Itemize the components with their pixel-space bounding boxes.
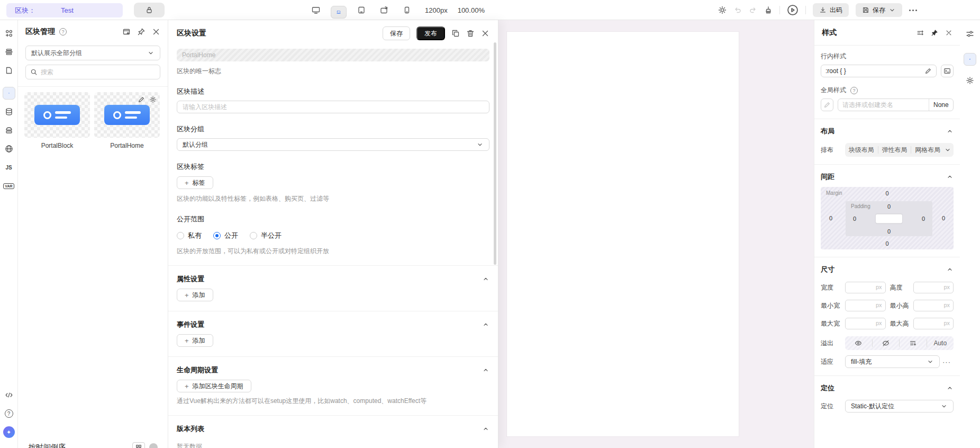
props-section-header[interactable]: 属性设置 xyxy=(177,274,489,284)
sidebar-item-components[interactable] xyxy=(3,27,15,40)
device-laptop-button[interactable] xyxy=(331,6,347,19)
close-icon[interactable] xyxy=(945,29,952,37)
help-circle-icon[interactable]: ? xyxy=(850,87,858,94)
padding-bottom-value[interactable]: 0 xyxy=(887,228,891,235)
layout-section-header[interactable]: 布局 xyxy=(821,127,954,136)
rail-item-props[interactable] xyxy=(964,28,976,40)
theme-icon[interactable] xyxy=(718,6,727,14)
edit-icon[interactable] xyxy=(138,96,145,103)
sort-icon[interactable] xyxy=(917,29,924,37)
position-select[interactable]: Static-默认定位 xyxy=(845,400,954,413)
margin-right-value[interactable]: 0 xyxy=(942,215,945,221)
overflow-auto-option[interactable]: Auto xyxy=(927,339,954,347)
events-section-header[interactable]: 事件设置 xyxy=(177,320,489,329)
rail-item-advanced[interactable] xyxy=(964,74,976,87)
save-button[interactable]: 保存 xyxy=(856,3,902,17)
padding-top-value[interactable]: 0 xyxy=(887,203,891,210)
help-circle-icon[interactable]: ? xyxy=(59,28,67,35)
grid-toggle-button[interactable] xyxy=(132,442,145,448)
lifecycle-section-header[interactable]: 生命周期设置 xyxy=(177,365,489,375)
class-name-input[interactable] xyxy=(838,101,929,109)
edit-icon[interactable] xyxy=(924,67,932,75)
group-filter-select[interactable]: 默认展示全部分组 xyxy=(25,46,160,60)
sidebar-item-help[interactable]: ? xyxy=(3,407,15,420)
clean-icon[interactable] xyxy=(764,6,773,14)
overflow-visible-option[interactable] xyxy=(845,339,872,347)
display-block-option[interactable]: 块级布局 xyxy=(845,146,878,155)
chevron-down-icon[interactable] xyxy=(944,146,951,154)
position-section-header[interactable]: 定位 xyxy=(821,383,954,393)
block-card-portalblock[interactable]: PortalBlock xyxy=(24,92,90,149)
margin-bottom-value[interactable]: 0 xyxy=(885,240,888,247)
rail-item-styles[interactable] xyxy=(964,53,976,66)
sidebar-item-i18n[interactable] xyxy=(3,142,15,155)
edit-class-button[interactable] xyxy=(821,98,833,111)
add-prop-button[interactable]: +添加 xyxy=(177,289,213,301)
display-flex-option[interactable]: 弹性布局 xyxy=(878,146,911,155)
device-phone-button[interactable] xyxy=(399,3,415,17)
sort-order-label[interactable]: 按时间倒序 xyxy=(29,443,66,448)
footer-circle-button[interactable] xyxy=(149,443,158,448)
copy-icon[interactable] xyxy=(451,29,460,38)
fit-more-button[interactable]: ··· xyxy=(940,356,954,368)
search-box[interactable] xyxy=(25,65,160,79)
padding-left-value[interactable]: 0 xyxy=(853,216,856,222)
sidebar-item-blocks[interactable] xyxy=(3,87,15,100)
pin-icon[interactable] xyxy=(931,29,938,37)
sidebar-item-variables[interactable]: VAR xyxy=(3,180,15,192)
box-model-widget[interactable]: Margin 0 0 0 0 Padding 0 0 0 0 xyxy=(821,187,954,249)
preview-play-icon[interactable] xyxy=(787,4,798,16)
size-section-header[interactable]: 尺寸 xyxy=(821,265,954,274)
drawer-save-button[interactable]: 保存 xyxy=(383,26,410,40)
block-badge[interactable]: 区块： Test xyxy=(6,3,123,17)
fit-select[interactable]: fill-填充 xyxy=(845,355,940,368)
publish-button[interactable]: 发布 xyxy=(416,26,445,40)
overflow-hidden-option[interactable] xyxy=(873,339,900,347)
search-input[interactable] xyxy=(41,68,156,76)
sidebar-item-resources[interactable] xyxy=(3,124,15,137)
export-code-button[interactable]: 出码 xyxy=(813,3,849,17)
pseudo-class-select[interactable]: None xyxy=(929,99,954,111)
sidebar-item-pages[interactable] xyxy=(3,64,15,77)
add-event-button[interactable]: +添加 xyxy=(177,334,213,347)
radio-public[interactable]: 公开 xyxy=(213,231,238,240)
sidebar-item-js[interactable]: JS xyxy=(3,161,15,174)
lock-button[interactable] xyxy=(134,3,165,17)
device-desktop-button[interactable] xyxy=(308,3,324,17)
gear-icon[interactable] xyxy=(149,96,157,103)
add-lifecycle-button[interactable]: +添加区块生命周期 xyxy=(177,380,251,392)
sidebar-item-datasource[interactable] xyxy=(3,105,15,118)
group-select[interactable]: 默认分组 xyxy=(177,138,489,151)
pin-icon[interactable] xyxy=(137,28,146,36)
divider xyxy=(168,415,498,416)
inline-style-input[interactable]: :root { } xyxy=(821,65,937,77)
position-row: 定位 Static-默认定位 xyxy=(821,400,954,413)
spacing-section-header[interactable]: 间距 xyxy=(821,172,954,182)
add-block-icon[interactable] xyxy=(122,28,131,36)
artboard[interactable] xyxy=(507,32,739,436)
versions-section-header[interactable]: 版本列表 xyxy=(177,424,489,434)
margin-top-value[interactable]: 0 xyxy=(885,190,888,196)
device-tablet-button[interactable] xyxy=(353,3,369,17)
device-tablet-landscape-button[interactable] xyxy=(376,3,392,17)
radio-semi-public[interactable]: 半公开 xyxy=(250,231,282,240)
redo-icon[interactable] xyxy=(749,6,757,14)
drawer-scrollbar[interactable] xyxy=(494,42,496,265)
sidebar-item-source-code[interactable] xyxy=(3,389,15,401)
display-grid-option[interactable]: 网格布局 xyxy=(911,146,944,155)
overflow-scroll-option[interactable] xyxy=(900,339,927,347)
undo-icon[interactable] xyxy=(733,6,742,14)
more-menu-button[interactable] xyxy=(909,10,917,11)
add-tag-button[interactable]: +标签 xyxy=(177,176,213,189)
margin-left-value[interactable]: 0 xyxy=(829,215,832,221)
sidebar-item-outline[interactable] xyxy=(3,46,15,58)
radio-private[interactable]: 私有 xyxy=(177,231,202,240)
close-icon[interactable] xyxy=(152,28,160,36)
trash-icon[interactable] xyxy=(466,29,475,38)
code-editor-button[interactable] xyxy=(941,65,954,77)
close-icon[interactable] xyxy=(481,29,489,38)
block-card-portalhome[interactable]: PortalHome xyxy=(94,92,160,149)
description-input[interactable] xyxy=(183,103,484,111)
padding-right-value[interactable]: 0 xyxy=(922,216,925,222)
sidebar-item-ai-assistant[interactable]: ✦ xyxy=(3,426,15,438)
